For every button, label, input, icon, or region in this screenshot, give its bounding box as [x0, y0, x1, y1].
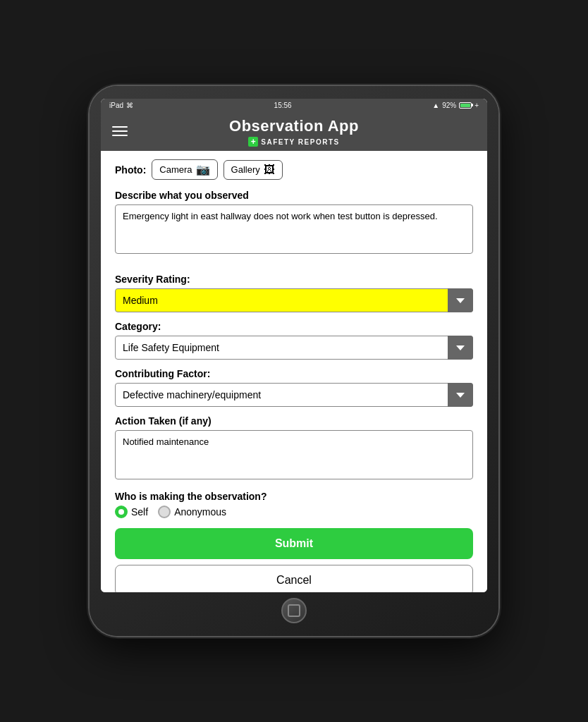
- action-textarea[interactable]: [115, 430, 473, 479]
- hamburger-line-3: [112, 135, 128, 136]
- contributing-label: Contributing Factor:: [115, 368, 473, 379]
- battery-icon: [459, 102, 472, 109]
- tablet-screen: iPad ⌘ 15:56 ▲ 92% + Obse: [101, 99, 487, 592]
- gallery-button[interactable]: Gallery 🖼: [223, 160, 283, 180]
- severity-field-group: Severity Rating: Low Medium High Critica…: [115, 274, 473, 312]
- camera-icon: 📷: [196, 163, 210, 176]
- severity-select-container: Low Medium High Critical: [115, 288, 473, 312]
- contributing-field-group: Contributing Factor: Defective machinery…: [115, 368, 473, 407]
- location-icon: ▲: [432, 102, 439, 109]
- category-select-container: Life Safety Equipment Fire Safety Electr…: [115, 336, 473, 360]
- status-left: iPad ⌘: [109, 102, 133, 109]
- charging-icon: +: [474, 102, 479, 109]
- safety-plus-icon: +: [248, 137, 258, 147]
- cancel-button[interactable]: Cancel: [115, 565, 473, 592]
- action-field-group: Action Taken (if any): [115, 415, 473, 482]
- gallery-button-label: Gallery: [231, 164, 260, 175]
- observer-label: Who is making the observation?: [115, 491, 473, 502]
- anonymous-label: Anonymous: [174, 506, 226, 518]
- gallery-icon: 🖼: [264, 164, 275, 176]
- describe-field-group: Describe what you observed: [115, 190, 473, 265]
- hamburger-line-2: [112, 130, 128, 132]
- contributing-select[interactable]: Defective machinery/equipment Human Erro…: [115, 383, 473, 407]
- tablet-device: iPad ⌘ 15:56 ▲ 92% + Obse: [90, 86, 498, 636]
- severity-select[interactable]: Low Medium High Critical: [115, 288, 473, 312]
- app-content: Photo: Camera 📷 Gallery 🖼 Describe what …: [101, 151, 487, 592]
- device-label: iPad: [109, 102, 123, 109]
- photo-row: Photo: Camera 📷 Gallery 🖼: [115, 159, 473, 180]
- category-label: Category:: [115, 321, 473, 332]
- category-field-group: Category: Life Safety Equipment Fire Saf…: [115, 321, 473, 360]
- severity-label: Severity Rating:: [115, 274, 473, 285]
- app-title: Observation App: [109, 117, 479, 135]
- action-label: Action Taken (if any): [115, 415, 473, 427]
- camera-button[interactable]: Camera 📷: [152, 159, 217, 180]
- home-button[interactable]: [281, 598, 307, 623]
- home-button-inner: [288, 604, 300, 617]
- status-bar: iPad ⌘ 15:56 ▲ 92% +: [101, 99, 487, 111]
- observer-options: Self Anonymous: [115, 506, 473, 518]
- describe-textarea[interactable]: [115, 204, 473, 254]
- anonymous-option[interactable]: Anonymous: [158, 506, 226, 518]
- category-select[interactable]: Life Safety Equipment Fire Safety Electr…: [115, 336, 473, 360]
- self-option[interactable]: Self: [115, 506, 148, 518]
- photo-label: Photo:: [115, 164, 146, 176]
- app-subtitle: + SAFETY REPORTS: [109, 137, 479, 147]
- self-label: Self: [131, 506, 148, 518]
- camera-button-label: Camera: [159, 164, 192, 175]
- contributing-select-container: Defective machinery/equipment Human Erro…: [115, 383, 473, 407]
- status-right: ▲ 92% +: [432, 102, 479, 109]
- describe-label: Describe what you observed: [115, 190, 473, 201]
- app-subtitle-text: SAFETY REPORTS: [261, 138, 339, 146]
- hamburger-line-1: [112, 126, 128, 128]
- self-radio[interactable]: [115, 506, 128, 518]
- wifi-icon: ⌘: [126, 102, 133, 109]
- battery-percent: 92%: [442, 102, 456, 109]
- submit-button[interactable]: Submit: [115, 528, 473, 559]
- menu-button[interactable]: [109, 123, 130, 139]
- anonymous-radio[interactable]: [158, 506, 171, 518]
- observer-section: Who is making the observation? Self Anon…: [115, 491, 473, 518]
- status-time: 15:56: [274, 102, 292, 109]
- app-header: Observation App + SAFETY REPORTS: [101, 111, 487, 151]
